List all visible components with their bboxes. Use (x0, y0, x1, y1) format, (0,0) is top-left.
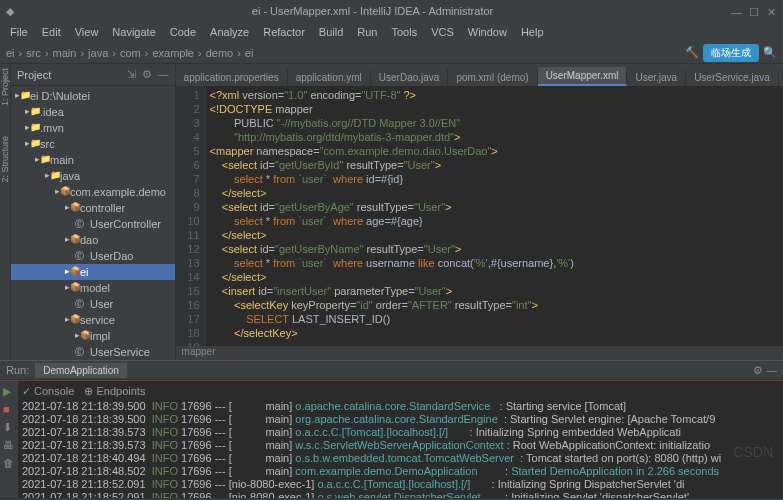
editor-tab[interactable]: UserMapper.xml (538, 67, 628, 86)
tree-item[interactable]: ▸📁ei D:\Nulotei (11, 88, 175, 104)
pkg-icon: ▸📦 (55, 186, 67, 198)
tree-item[interactable]: ▸📦impl (11, 328, 175, 344)
menu-refactor[interactable]: Refactor (257, 24, 311, 40)
window-title: ei - UserMapper.xml - IntelliJ IDEA - Ad… (14, 5, 731, 17)
menu-window[interactable]: Window (462, 24, 513, 40)
tree-item[interactable]: ⒸUserDao (11, 248, 175, 264)
folder-icon: ▸📁 (25, 122, 37, 134)
tree-item[interactable]: ▸📁src (11, 136, 175, 152)
folder-icon: ▸📁 (35, 154, 47, 166)
hide-icon[interactable]: — (158, 68, 169, 81)
console-output[interactable]: 2021-07-18 21:18:39.500 INFO 17696 --- [… (22, 400, 779, 498)
down-icon[interactable]: ⬇ (3, 421, 15, 433)
run-panel: ▶ ■ ⬇ 🖶 🗑 ✓ Console⊕ Endpoints 2021-07-1… (0, 380, 783, 498)
menu-edit[interactable]: Edit (36, 24, 67, 40)
tree-item[interactable]: ▸📦ei (11, 264, 175, 280)
pkg-icon: ▸📦 (65, 266, 77, 278)
tree-item[interactable]: ▸📁main (11, 152, 175, 168)
pkg-icon: ▸📦 (65, 282, 77, 294)
run-toolwindow-header: Run: DemoApplication ⚙ — (0, 360, 783, 380)
close-icon[interactable]: ✕ (767, 6, 777, 16)
tree-item[interactable]: ⒸUser (11, 296, 175, 312)
breadcrumb[interactable]: ei › src › main › java › com › example ›… (6, 47, 253, 59)
class-icon: Ⓒ (75, 218, 87, 230)
pkg-icon: ▸📦 (65, 234, 77, 246)
toolbar-action-button[interactable]: 临场生成 (703, 44, 759, 62)
menu-navigate[interactable]: Navigate (106, 24, 161, 40)
menu-build[interactable]: Build (313, 24, 349, 40)
menu-code[interactable]: Code (164, 24, 202, 40)
editor-tab[interactable]: application.properties (176, 69, 288, 86)
editor-tab[interactable]: pom.xml (demo) (448, 69, 537, 86)
trash-icon[interactable]: 🗑 (3, 457, 15, 469)
tree-item[interactable]: ▸📁.mvn (11, 120, 175, 136)
editor-tab[interactable]: UserService.java (686, 69, 779, 86)
code-editor[interactable]: <?xml version="1.0" encoding="UTF-8" ?><… (206, 86, 783, 346)
left-toolstrip: 1: Project 2: Structure (0, 64, 11, 360)
project-panel: Project ⇲ ⚙ — ▸📁ei D:\Nulotei▸📁.idea▸📁.m… (11, 64, 176, 360)
stop-icon[interactable]: ■ (3, 403, 15, 415)
editor-tabs: application.propertiesapplication.ymlUse… (176, 64, 783, 86)
tree-item[interactable]: ▸📦service (11, 312, 175, 328)
run-subtab[interactable]: ⊕ Endpoints (84, 385, 145, 398)
menubar: FileEditViewNavigateCodeAnalyzeRefactorB… (0, 22, 783, 42)
pkg-icon: ▸📦 (65, 202, 77, 214)
pkg-icon: ▸📦 (75, 330, 87, 342)
project-toolwindow-button[interactable]: 1: Project (0, 68, 10, 106)
editor-tab[interactable]: application.yml (288, 69, 371, 86)
menu-help[interactable]: Help (515, 24, 550, 40)
folder-icon: ▸📁 (25, 106, 37, 118)
menu-analyze[interactable]: Analyze (204, 24, 255, 40)
menu-file[interactable]: File (4, 24, 34, 40)
hammer-icon[interactable]: 🔨 (685, 46, 699, 59)
editor-tab[interactable]: UserDao.java (371, 69, 449, 86)
rerun-icon[interactable]: ▶ (3, 385, 15, 397)
structure-toolwindow-button[interactable]: 2: Structure (0, 136, 10, 183)
tree-item[interactable]: ▸📦model (11, 280, 175, 296)
tree-item[interactable]: ⒸUserController (11, 216, 175, 232)
pkg-icon: ▸📦 (65, 314, 77, 326)
folder-icon: ▸📁 (25, 138, 37, 150)
folder-icon: ▸📁 (45, 170, 57, 182)
editor-breadcrumb[interactable]: mapper (176, 346, 783, 360)
run-subtab[interactable]: ✓ Console (22, 385, 74, 398)
folder-icon: ▸📁 (15, 90, 27, 102)
gear-icon[interactable]: ⚙ (142, 68, 152, 81)
menu-tools[interactable]: Tools (385, 24, 423, 40)
tree-item[interactable]: ⒸUserService (11, 344, 175, 360)
class-icon: Ⓒ (75, 250, 87, 262)
run-subtabs[interactable]: ✓ Console⊕ Endpoints (22, 383, 779, 400)
class-icon: Ⓒ (75, 346, 87, 358)
print-icon[interactable]: 🖶 (3, 439, 15, 451)
tree-item[interactable]: ▸📦dao (11, 232, 175, 248)
menu-run[interactable]: Run (351, 24, 383, 40)
tree-item[interactable]: ▸📦com.example.demo (11, 184, 175, 200)
run-config-tab[interactable]: DemoApplication (35, 363, 127, 378)
tree-item[interactable]: ▸📁java (11, 168, 175, 184)
gutter: 12345678910111213141516171819 (176, 86, 206, 346)
hide-icon[interactable]: — (766, 364, 777, 376)
menu-vcs[interactable]: VCS (425, 24, 460, 40)
run-label: Run: (6, 364, 29, 376)
navbar: ei › src › main › java › com › example ›… (0, 42, 783, 64)
app-icon: ◆ (6, 5, 14, 18)
editor-tab[interactable]: User.java (627, 69, 686, 86)
titlebar: ◆ ei - UserMapper.xml - IntelliJ IDEA - … (0, 0, 783, 22)
tree-item[interactable]: ▸📁.idea (11, 104, 175, 120)
minimize-icon[interactable]: — (731, 6, 741, 16)
search-icon[interactable]: 🔍 (763, 46, 777, 59)
collapse-icon[interactable]: ⇲ (127, 68, 136, 81)
project-tree[interactable]: ▸📁ei D:\Nulotei▸📁.idea▸📁.mvn▸📁src▸📁main▸… (11, 86, 175, 360)
maximize-icon[interactable]: ☐ (749, 6, 759, 16)
menu-view[interactable]: View (69, 24, 105, 40)
editor-tab[interactable]: User (779, 69, 783, 86)
panel-title: Project (17, 69, 51, 81)
class-icon: Ⓒ (75, 298, 87, 310)
tree-item[interactable]: ▸📦controller (11, 200, 175, 216)
gear-icon[interactable]: ⚙ (753, 364, 763, 376)
